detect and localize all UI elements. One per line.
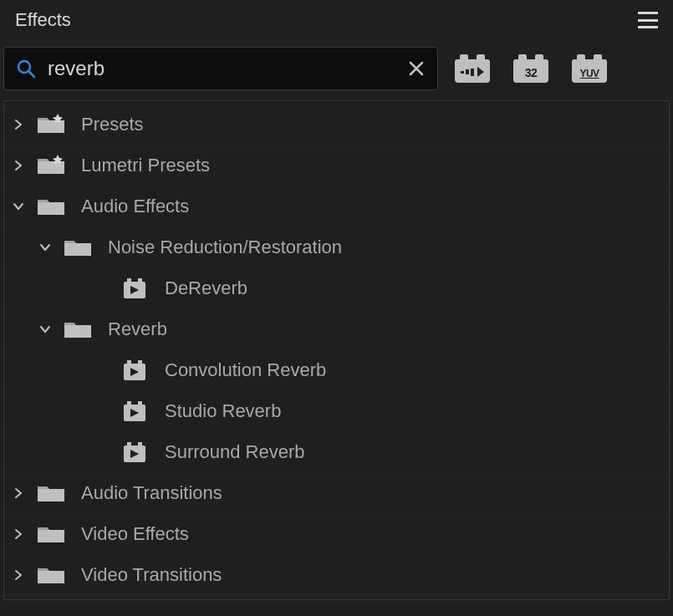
tree-row-label: Presets: [81, 114, 144, 135]
yuv-effects-filter[interactable]: YUV: [572, 54, 607, 83]
chevron-right-icon[interactable]: [13, 528, 24, 540]
tree-row-label: Video Effects: [81, 523, 189, 545]
folder-icon: [36, 563, 66, 587]
tree-row[interactable]: Studio Reverb: [4, 391, 669, 432]
search-input[interactable]: [48, 57, 395, 80]
tree-row[interactable]: Noise Reduction/Restoration: [4, 227, 669, 268]
search-box: [3, 47, 438, 90]
folder-icon: [36, 481, 66, 505]
svg-line-1: [28, 71, 34, 77]
effect-icon: [120, 277, 150, 300]
tree-row[interactable]: Video Transitions: [4, 555, 669, 596]
tree-row-label: Audio Transitions: [81, 482, 222, 504]
tree-row-label: Audio Effects: [81, 196, 189, 217]
tree-row[interactable]: Surround Reverb: [4, 432, 669, 473]
filter-icons: 32 YUV: [455, 54, 607, 83]
tree-row-label: Lumetri Presets: [81, 155, 210, 176]
tree-row[interactable]: DeReverb: [4, 268, 669, 309]
tree-row[interactable]: Video Effects: [4, 514, 669, 555]
tree-row-label: Noise Reduction/Restoration: [108, 237, 342, 258]
chevron-right-icon[interactable]: [13, 160, 24, 171]
folder-icon: [36, 195, 66, 218]
chevron-down-icon[interactable]: [39, 323, 51, 335]
tree-row-label: Studio Reverb: [165, 400, 281, 422]
accelerated-effects-filter[interactable]: [455, 54, 490, 83]
chevron-right-icon[interactable]: [13, 569, 24, 581]
tree-row-label: Reverb: [108, 318, 167, 340]
tree-row[interactable]: Reverb: [4, 309, 669, 350]
effect-icon: [120, 400, 150, 423]
tree-row-label: Surround Reverb: [165, 441, 305, 463]
effects-tree: PresetsLumetri PresetsAudio EffectsNoise…: [3, 100, 670, 600]
chevron-right-icon[interactable]: [13, 487, 24, 499]
tree-row[interactable]: Convolution Reverb: [4, 350, 669, 391]
folder-icon: [63, 318, 93, 341]
preset-folder-icon: [36, 113, 66, 136]
effect-icon: [120, 359, 150, 382]
tree-row-label: DeReverb: [165, 277, 247, 299]
folder-icon: [36, 522, 66, 546]
effect-icon: [120, 440, 150, 464]
panel-header: Effects: [0, 0, 673, 40]
chevron-right-icon[interactable]: [13, 119, 24, 130]
panel-title: Effects: [15, 9, 71, 31]
32bit-label: 32: [513, 66, 548, 79]
tree-row[interactable]: Presets: [4, 104, 669, 145]
preset-folder-icon: [36, 154, 66, 177]
clear-search-button[interactable]: [407, 59, 426, 78]
32bit-effects-filter[interactable]: 32: [513, 54, 548, 83]
search-toolbar: 32 YUV: [0, 40, 673, 97]
search-icon: [16, 59, 36, 79]
folder-icon: [63, 236, 93, 259]
chevron-down-icon[interactable]: [39, 242, 51, 253]
tree-row[interactable]: Audio Effects: [4, 186, 669, 227]
tree-row-label: Convolution Reverb: [165, 359, 326, 381]
chevron-down-icon[interactable]: [13, 201, 24, 212]
tree-row-label: Video Transitions: [81, 564, 222, 586]
yuv-label: YUV: [572, 68, 607, 79]
tree-row[interactable]: Audio Transitions: [4, 473, 669, 514]
tree-row[interactable]: Lumetri Presets: [4, 145, 669, 186]
panel-menu-button[interactable]: [638, 12, 658, 28]
